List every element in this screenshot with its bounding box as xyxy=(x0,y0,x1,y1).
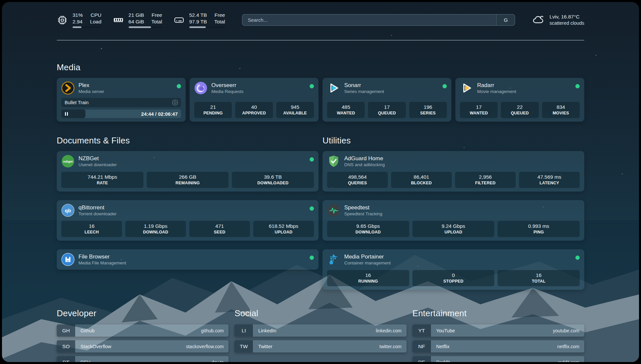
bookmark-abbr: NF xyxy=(412,340,431,352)
stat-wanted: 17 WANTED xyxy=(460,102,498,118)
search-input[interactable] xyxy=(242,15,496,25)
bookmark-abbr: LI xyxy=(234,324,253,337)
bookmark-twitter[interactable]: TW Twitter twitter.com xyxy=(234,340,406,352)
stat-remaining: 266 GB REMAINING xyxy=(147,172,229,188)
bookmark-url: github.com xyxy=(201,328,229,333)
bookmark-url: twitter.com xyxy=(380,344,407,349)
app-name: NZBGet xyxy=(78,155,117,162)
stat-pending: 21 PENDING xyxy=(194,102,232,118)
stat-filtered: 2,956 FILTERED xyxy=(455,172,516,188)
bookmark-stackoverflow[interactable]: SO StackOverflow stackoverflow.com xyxy=(57,340,229,352)
stat-download: 1.19 Gbps DOWNLOAD xyxy=(125,221,186,237)
filebrowser-icon xyxy=(61,253,75,266)
bookmark-name: Reddit xyxy=(431,360,450,362)
storage-free-label: Free xyxy=(214,12,225,18)
bookmark-name: DEV xyxy=(75,360,90,362)
sonarr-icon xyxy=(327,81,340,95)
stat-queued: 22 QUEUED xyxy=(501,102,538,118)
stat-movies: 834 MOVIES xyxy=(542,102,580,118)
speedtest-pulse-icon xyxy=(327,204,340,217)
stat-running: 16 RUNNING xyxy=(327,270,409,286)
section-title-media: Media xyxy=(57,62,584,73)
app-card-radarr[interactable]: Radarr Movie management 17 WANTED 22 QUE… xyxy=(455,78,584,122)
dashboard-window: 31% CPU 2.94 Load xyxy=(2,2,639,362)
adguard-shield-icon xyxy=(327,155,340,168)
app-card-sonarr[interactable]: Sonarr Series management 485 WANTED 17 Q… xyxy=(322,78,451,122)
app-card-nzbget[interactable]: nzbget NZBGet Usenet downloader 744.21 M… xyxy=(57,151,319,192)
search-engine-button[interactable]: G xyxy=(496,15,515,25)
stat-series: 196 SERIES xyxy=(409,102,447,118)
app-desc: Speedtest Tracking xyxy=(344,211,382,217)
weather-widget: Lviv, 16.87°C scattered clouds xyxy=(532,14,584,26)
documents-column: Documents & Files nzbget NZBGet Usenet d… xyxy=(57,136,319,290)
stat-queries: 498,564 QUERIES xyxy=(327,172,388,188)
section-title-developer: Developer xyxy=(57,308,229,318)
bookmark-url: dev.to xyxy=(211,360,229,362)
storage-drive-icon xyxy=(173,15,185,26)
now-playing-title: Bullet Train xyxy=(65,100,89,105)
pause-icon[interactable] xyxy=(65,112,68,116)
bookmark-url: youtube.com xyxy=(553,328,584,333)
memory-total-label: Total xyxy=(151,18,162,25)
weather-condition: scattered clouds xyxy=(549,20,584,26)
memory-widget: 21 GiB Free 64 GiB Total xyxy=(113,12,162,28)
memory-progress-bar xyxy=(129,26,162,28)
bookmark-abbr: RE xyxy=(412,356,431,362)
stat-total: 16 TOTAL xyxy=(498,270,580,286)
stat-seed: 471 SEED xyxy=(189,221,250,237)
app-card-speedtest[interactable]: Speedtest Speedtest Tracking 9.65 Gbps D… xyxy=(322,200,584,241)
bookmark-abbr: TW xyxy=(234,340,253,352)
bookmark-github[interactable]: GH Github github.com xyxy=(57,324,229,337)
stat-available: 945 AVAILABLE xyxy=(276,102,314,118)
bookmark-abbr: YT xyxy=(412,324,431,337)
memory-icon xyxy=(113,15,124,26)
app-desc: Torrent downloader xyxy=(78,211,117,217)
top-bar: 31% CPU 2.94 Load xyxy=(57,2,584,28)
bookmark-url: stackoverflow.com xyxy=(186,344,229,349)
app-desc: Media Requests xyxy=(211,89,244,95)
svg-text:qb: qb xyxy=(65,208,71,213)
stat-latency: 47.569 ms LATENCY xyxy=(519,172,580,188)
bookmark-name: Github xyxy=(75,328,95,333)
memory-free-label: Free xyxy=(151,12,162,18)
search-bar[interactable]: G xyxy=(242,14,515,26)
app-card-adguard[interactable]: AdGuard Home DNS and adblocking 498,564 … xyxy=(322,151,584,192)
app-desc: Movie management xyxy=(477,89,516,95)
weather-location-temp: Lviv, 16.87°C xyxy=(549,14,584,20)
stat-stopped: 0 STOPPED xyxy=(412,270,495,286)
app-card-portainer[interactable]: Media Portainer Container management 16 … xyxy=(322,249,584,290)
bookmark-dev[interactable]: DT DEV dev.to xyxy=(57,356,229,362)
app-card-overseerr[interactable]: Overseerr Media Requests 21 PENDING 40 A… xyxy=(190,78,319,122)
storage-progress-bar xyxy=(189,26,225,28)
cpu-usage-label: CPU xyxy=(90,12,101,18)
bookmark-linkedin[interactable]: LI LinkedIn linkedin.com xyxy=(234,324,406,337)
cloud-icon xyxy=(532,14,545,26)
bookmark-youtube[interactable]: YT YouTube youtube.com xyxy=(412,324,584,337)
now-playing: Bullet Train 24:44 / 02:06:47 xyxy=(61,95,181,118)
stat-ping: 0.993 ms PING xyxy=(498,221,580,237)
section-title-utilities: Utilities xyxy=(322,136,584,146)
bookmark-netflix[interactable]: NF Netflix netflix.com xyxy=(412,340,584,352)
bookmark-abbr: GH xyxy=(57,324,75,337)
app-card-plex[interactable]: Plex Media server Bullet Train 24:44 / 0… xyxy=(57,78,186,122)
app-desc: Usenet downloader xyxy=(78,162,117,168)
utilities-column: Utilities xyxy=(322,136,584,290)
stat-rate: 744.21 Mbps RATE xyxy=(61,172,143,188)
playback-progress-bar: 24:44 / 02:06:47 xyxy=(61,109,181,118)
storage-total-label: Total xyxy=(214,18,225,25)
bookmark-name: Netflix xyxy=(431,344,449,349)
app-name: AdGuard Home xyxy=(344,155,385,162)
cpu-load-label: Load xyxy=(90,18,101,25)
app-card-qbittorrent[interactable]: qb qBittorrent Torrent downloader 16 xyxy=(57,200,319,241)
stat-blocked: 86,401 BLOCKED xyxy=(391,172,452,188)
portainer-crane-icon xyxy=(327,253,340,266)
status-dot xyxy=(177,84,181,88)
section-title-entertainment: Entertainment xyxy=(412,308,584,318)
status-dot xyxy=(310,157,314,162)
bookmark-reddit[interactable]: RE Reddit reddit.com xyxy=(412,356,584,362)
app-name: Radarr xyxy=(477,82,516,89)
session-icon[interactable] xyxy=(172,100,178,105)
section-title-documents: Documents & Files xyxy=(57,136,319,146)
app-desc: Media server xyxy=(78,89,104,95)
app-card-filebrowser[interactable]: File Browser Media File Management xyxy=(57,249,319,270)
